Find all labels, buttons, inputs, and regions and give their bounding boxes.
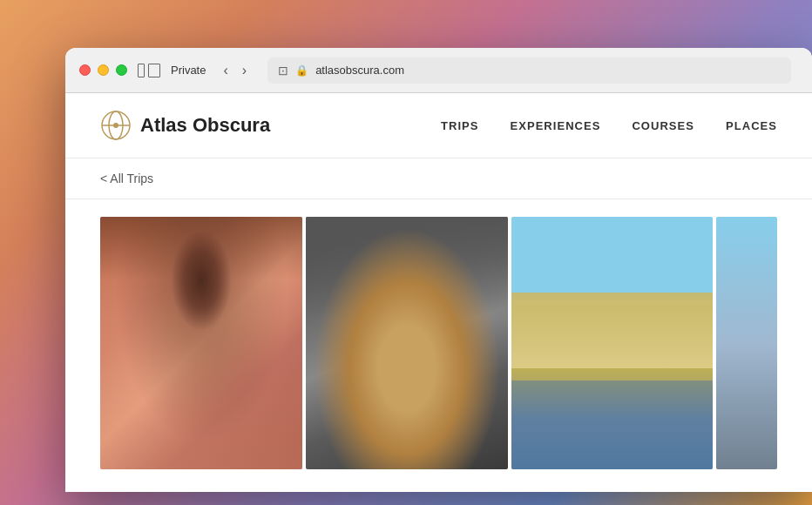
logo-text[interactable]: Atlas Obscura bbox=[140, 114, 270, 137]
logo-icon bbox=[100, 110, 132, 141]
address-bar[interactable]: ⊡ 🔒 atlasobscura.com bbox=[267, 57, 791, 84]
back-button[interactable]: ‹ bbox=[220, 61, 231, 80]
trips-image-grid bbox=[65, 217, 812, 469]
main-navigation: TRIPS EXPERIENCES COURSES PLACES bbox=[441, 119, 777, 132]
forward-button[interactable]: › bbox=[239, 61, 250, 80]
navigation-arrows: ‹ › bbox=[220, 61, 250, 80]
breadcrumb-bar: < All Trips bbox=[65, 158, 812, 199]
close-button[interactable] bbox=[79, 64, 91, 76]
sidebar-toggle[interactable] bbox=[138, 64, 160, 77]
browser-titlebar: Private ‹ › ⊡ 🔒 atlasobscura.com bbox=[65, 48, 812, 93]
site-header: Atlas Obscura TRIPS EXPERIENCES COURSES … bbox=[65, 93, 812, 158]
minimize-button[interactable] bbox=[98, 64, 109, 76]
logo-area: Atlas Obscura bbox=[100, 110, 441, 141]
trip-image-partial[interactable] bbox=[716, 217, 777, 469]
website-content: Atlas Obscura TRIPS EXPERIENCES COURSES … bbox=[65, 93, 812, 492]
trip-image-india-lake[interactable] bbox=[511, 217, 714, 469]
svg-point-3 bbox=[113, 123, 118, 128]
nav-places[interactable]: PLACES bbox=[726, 119, 777, 132]
nav-courses[interactable]: COURSES bbox=[632, 119, 694, 132]
all-trips-link[interactable]: < All Trips bbox=[100, 172, 153, 185]
nav-experiences[interactable]: EXPERIENCES bbox=[511, 119, 601, 132]
fullscreen-button[interactable] bbox=[116, 64, 127, 76]
trip-image-leopard[interactable] bbox=[306, 217, 508, 469]
trip-image-india-palace[interactable] bbox=[100, 217, 302, 469]
browser-window: Private ‹ › ⊡ 🔒 atlasobscura.com Atlas bbox=[65, 48, 812, 492]
traffic-lights bbox=[79, 64, 127, 76]
tab-icon: ⊡ bbox=[278, 64, 288, 77]
private-mode-label: Private bbox=[171, 64, 206, 77]
nav-trips[interactable]: TRIPS bbox=[441, 119, 478, 132]
sidebar-icon-right bbox=[148, 64, 160, 77]
sidebar-icon-left bbox=[138, 64, 145, 77]
lock-icon: 🔒 bbox=[295, 64, 308, 77]
url-text: atlasobscura.com bbox=[315, 64, 404, 77]
